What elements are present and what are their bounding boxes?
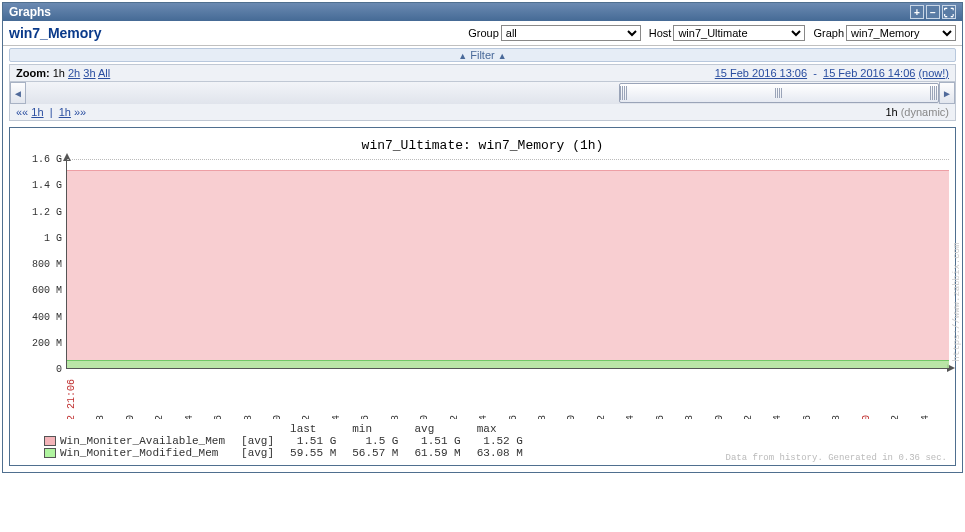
fullscreen-icon[interactable]: ⛶ <box>942 5 956 19</box>
graph-label: Graph <box>813 27 844 39</box>
slider-next-button[interactable]: ► <box>939 82 955 104</box>
zoom-option-3h[interactable]: 3h <box>83 67 95 79</box>
add-icon[interactable]: + <box>910 5 924 19</box>
filter-toggle[interactable]: ▲ Filter ▲ <box>9 48 956 62</box>
slider-handle[interactable] <box>619 83 939 103</box>
y-tick: 1 G <box>44 232 62 243</box>
x-tick: 21:14 <box>184 415 195 419</box>
x-tick: 21:38 <box>537 415 548 419</box>
x-tick: 21:36 <box>508 415 519 419</box>
chart-footer-note: Data from history. Generated in 0.36 sec… <box>726 453 947 463</box>
panel-header: Graphs + − ⛶ <box>3 3 962 21</box>
y-axis: 0200 M400 M600 M800 M1 G1.2 G1.4 G1.6 G <box>16 159 66 369</box>
y-tick: 1.4 G <box>32 180 62 191</box>
slider-track[interactable] <box>26 82 939 104</box>
x-tick: 21:26 <box>360 415 371 419</box>
legend-header-row: last min avg max <box>36 423 531 435</box>
panel-title: Graphs <box>9 5 51 19</box>
quick-link-back[interactable]: 1h <box>31 106 43 118</box>
quick-prefix: «« <box>16 106 28 118</box>
x-tick: 21:58 <box>831 415 842 419</box>
x-tick: 21:20 <box>272 415 283 419</box>
y-tick: 800 M <box>32 259 62 270</box>
quick-suffix: »» <box>74 106 86 118</box>
zoom-label: Zoom: <box>16 67 50 79</box>
x-tick: 21:22 <box>301 415 312 419</box>
legend-row: Win_Moniter_Available_Mem[avg]1.51 G1.5 … <box>36 435 531 447</box>
group-select[interactable]: all <box>501 25 641 41</box>
side-watermark: https://www.zabbix.com <box>952 242 962 361</box>
collapse-icon[interactable]: − <box>926 5 940 19</box>
quick-link-fwd[interactable]: 1h <box>59 106 71 118</box>
quick-range-mode: (dynamic) <box>901 106 949 118</box>
chevron-up-icon: ▲ <box>498 51 507 61</box>
x-tick: 21:10 <box>125 415 136 419</box>
x-tick: 21:32 <box>449 415 460 419</box>
host-select[interactable]: win7_Ultimate <box>673 25 805 41</box>
x-tick: 21:46 <box>655 415 666 419</box>
x-tick: 21:44 <box>625 415 636 419</box>
zoom-row: Zoom: 1h 2h 3h All 15 Feb 2016 13:06 - 1… <box>9 64 956 82</box>
time-range-from[interactable]: 15 Feb 2016 13:06 <box>715 67 807 79</box>
zoom-option-all[interactable]: All <box>98 67 110 79</box>
time-range-now[interactable]: (now!) <box>918 67 949 79</box>
panel-header-icons: + − ⛶ <box>910 5 956 19</box>
x-tick: 21:56 <box>802 415 813 419</box>
legend-swatch <box>44 436 56 446</box>
x-tick: 15.02 21:06 <box>66 379 77 419</box>
host-label: Host <box>649 27 672 39</box>
graph-panel: https://www.zabbix.com win7_Ultimate: wi… <box>9 127 956 466</box>
x-tick: 21:08 <box>95 415 106 419</box>
y-tick: 0 <box>56 364 62 375</box>
x-tick: 21:30 <box>419 415 430 419</box>
graphs-panel: Graphs + − ⛶ win7_Memory Group all Host … <box>2 2 963 473</box>
x-tick: 21:52 <box>743 415 754 419</box>
chart-plot-area <box>66 159 949 369</box>
x-tick: 21:18 <box>243 415 254 419</box>
slider-prev-button[interactable]: ◄ <box>10 82 26 104</box>
y-tick: 1.2 G <box>32 206 62 217</box>
graph-select[interactable]: win7_Memory <box>846 25 956 41</box>
y-tick: 400 M <box>32 311 62 322</box>
group-label: Group <box>468 27 499 39</box>
x-tick: 21:40 <box>566 415 577 419</box>
quick-range-value: 1h <box>885 106 897 118</box>
series-area-available-mem <box>67 170 949 368</box>
time-range-to[interactable]: 15 Feb 2016 14:06 <box>823 67 915 79</box>
x-tick: 21:34 <box>478 415 489 419</box>
page-title: win7_Memory <box>9 25 460 41</box>
x-tick: 21:28 <box>390 415 401 419</box>
x-tick: 21:42 <box>596 415 607 419</box>
quick-row: «« 1h | 1h »» 1h (dynamic) <box>9 104 956 121</box>
y-tick: 200 M <box>32 337 62 348</box>
filter-label: Filter <box>470 49 494 61</box>
x-tick: 22:00 <box>861 415 872 419</box>
x-tick: 21:50 <box>714 415 725 419</box>
zoom-option-1h[interactable]: 1h <box>53 67 65 79</box>
time-slider: ◄ ► <box>9 82 956 104</box>
y-tick: 600 M <box>32 285 62 296</box>
x-axis: 15.02 21:0621:0821:1021:1221:1421:1621:1… <box>66 369 949 419</box>
x-tick: 21:48 <box>684 415 695 419</box>
zoom-option-2h[interactable]: 2h <box>68 67 80 79</box>
x-tick: 22:04 <box>920 415 931 419</box>
y-tick: 1.6 G <box>32 154 62 165</box>
chevron-up-icon: ▲ <box>458 51 467 61</box>
subheader: win7_Memory Group all Host win7_Ultimate… <box>3 21 962 46</box>
legend-row: Win_Moniter_Modified_Mem[avg]59.55 M56.5… <box>36 447 531 459</box>
series-area-modified-mem <box>67 360 949 368</box>
x-tick: 21:54 <box>772 415 783 419</box>
x-tick: 21:24 <box>331 415 342 419</box>
x-tick: 22:02 <box>890 415 901 419</box>
chart-title: win7_Ultimate: win7_Memory (1h) <box>16 138 949 153</box>
x-tick: 21:16 <box>213 415 224 419</box>
x-tick: 21:12 <box>154 415 165 419</box>
legend-swatch <box>44 448 56 458</box>
